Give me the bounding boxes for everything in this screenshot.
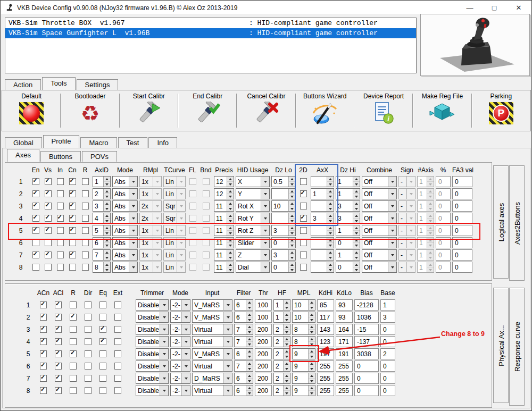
spinner-arrows[interactable] bbox=[227, 177, 234, 187]
r-checkbox[interactable] bbox=[70, 375, 77, 382]
dzhi-spinner[interactable]: 3 bbox=[336, 200, 360, 212]
spinner-arrows[interactable] bbox=[103, 189, 110, 199]
trimmer-dropdown[interactable]: Disable bbox=[136, 360, 169, 372]
dropdown-arrow-icon[interactable] bbox=[181, 300, 190, 310]
dropdown-arrow-icon[interactable] bbox=[388, 262, 396, 272]
spinner-down-arrow[interactable] bbox=[284, 329, 290, 334]
r-checkbox[interactable] bbox=[70, 387, 77, 394]
spinner-up-arrow[interactable] bbox=[227, 250, 234, 255]
cn-checkbox[interactable]: ✓ bbox=[69, 215, 76, 222]
filter-spinner[interactable]: 7 bbox=[234, 336, 253, 347]
spinner-down-arrow[interactable] bbox=[104, 206, 110, 211]
dropdown-arrow-icon[interactable] bbox=[129, 201, 137, 211]
spinner-down-arrow[interactable] bbox=[309, 366, 315, 371]
dir-checkbox[interactable] bbox=[85, 314, 92, 321]
spinner-down-arrow[interactable] bbox=[289, 267, 295, 272]
mpl-spinner[interactable]: 9 bbox=[292, 373, 315, 384]
dropdown-arrow-icon[interactable] bbox=[129, 213, 137, 223]
eq-checkbox[interactable]: ✓ bbox=[99, 326, 106, 333]
dropdown-arrow-icon[interactable] bbox=[223, 324, 232, 334]
thr-field[interactable]: 200 bbox=[255, 324, 272, 335]
ext-checkbox[interactable] bbox=[114, 387, 121, 394]
dropdown-arrow-icon[interactable] bbox=[181, 337, 190, 347]
spinner-arrows[interactable] bbox=[227, 262, 234, 272]
dzhi-spinner[interactable]: 1 bbox=[336, 249, 360, 261]
thr-field[interactable]: 100 bbox=[255, 312, 272, 323]
ext-checkbox[interactable] bbox=[114, 314, 121, 321]
dropdown-arrow-icon[interactable] bbox=[388, 201, 396, 211]
spinner-arrows[interactable] bbox=[327, 262, 334, 272]
spinner-arrows[interactable] bbox=[103, 250, 110, 260]
trimmer-dropdown[interactable]: Disable bbox=[136, 385, 169, 396]
dzhi-spinner[interactable]: 1 bbox=[336, 188, 360, 199]
spinner-up-arrow[interactable] bbox=[353, 213, 360, 218]
cn-checkbox[interactable]: ✓ bbox=[69, 178, 76, 185]
hf-spinner[interactable]: 2 bbox=[273, 336, 290, 347]
kdhi-field[interactable]: 255 bbox=[317, 360, 334, 372]
filter-spinner[interactable]: 6 bbox=[234, 299, 253, 311]
kdlo-field[interactable]: 255 bbox=[336, 373, 353, 384]
precis-spinner[interactable]: 12 bbox=[214, 188, 234, 199]
spinner-down-arrow[interactable] bbox=[227, 206, 234, 211]
spinner-arrows[interactable] bbox=[103, 262, 110, 272]
axid-spinner[interactable]: 1 bbox=[93, 176, 111, 187]
spinner-arrows[interactable] bbox=[283, 300, 290, 310]
hid-dropdown[interactable]: Dial bbox=[236, 262, 270, 273]
spinner-up-arrow[interactable] bbox=[104, 189, 110, 194]
combine-dropdown[interactable]: Off bbox=[362, 262, 397, 273]
trimmer-dropdown[interactable]: Disable bbox=[136, 373, 169, 384]
spinner-up-arrow[interactable] bbox=[327, 250, 334, 255]
spinner-down-arrow[interactable] bbox=[227, 181, 234, 187]
cancel-calibr-button[interactable]: Cancel Calibr bbox=[237, 90, 295, 131]
spinner-up-arrow[interactable] bbox=[284, 373, 290, 378]
d2-checkbox[interactable] bbox=[300, 239, 307, 246]
parking-button[interactable]: Parking P bbox=[472, 90, 530, 131]
spinner-arrows[interactable] bbox=[103, 201, 110, 211]
inp-checkbox[interactable]: ✓ bbox=[57, 215, 64, 222]
spinner-up-arrow[interactable] bbox=[309, 385, 315, 390]
spinner-arrows[interactable] bbox=[246, 361, 253, 371]
filter-spinner[interactable]: 7 bbox=[234, 360, 253, 372]
ext-checkbox[interactable] bbox=[114, 350, 121, 357]
bias-field[interactable]: 1036 bbox=[354, 312, 379, 323]
spinner-down-arrow[interactable] bbox=[284, 317, 290, 322]
spinner-arrows[interactable] bbox=[246, 312, 253, 322]
spinner-arrows[interactable] bbox=[308, 385, 315, 396]
spinner-arrows[interactable] bbox=[103, 177, 110, 187]
dropdown-arrow-icon[interactable] bbox=[223, 349, 232, 359]
mode-dropdown[interactable]: -2- bbox=[170, 336, 190, 347]
hf-spinner[interactable]: 1 bbox=[273, 312, 290, 323]
ext-checkbox[interactable] bbox=[114, 375, 121, 382]
spinner-up-arrow[interactable] bbox=[246, 349, 253, 354]
acl-checkbox[interactable]: ✓ bbox=[55, 314, 62, 321]
acl-checkbox[interactable]: ✓ bbox=[55, 301, 62, 308]
spinner-down-arrow[interactable] bbox=[289, 255, 295, 260]
tab-macro[interactable]: Macro bbox=[80, 137, 117, 148]
r-checkbox[interactable]: ✓ bbox=[70, 350, 77, 357]
dropdown-arrow-icon[interactable] bbox=[223, 337, 232, 347]
spinner-down-arrow[interactable] bbox=[246, 305, 253, 310]
vs-checkbox[interactable] bbox=[45, 239, 52, 246]
spinner-down-arrow[interactable] bbox=[309, 305, 315, 310]
tab-povs[interactable]: POVs bbox=[82, 151, 117, 162]
inp-checkbox[interactable] bbox=[57, 190, 64, 197]
eq-checkbox[interactable] bbox=[99, 387, 106, 394]
side-tab-response-curve[interactable]: Response curve bbox=[509, 288, 525, 406]
spinner-down-arrow[interactable] bbox=[227, 194, 234, 199]
base-field[interactable]: 3 bbox=[380, 312, 395, 323]
vs-checkbox[interactable]: ✓ bbox=[45, 251, 52, 258]
hf-spinner[interactable]: 2 bbox=[273, 348, 290, 359]
spinner-down-arrow[interactable] bbox=[246, 390, 253, 396]
tab-action[interactable]: Action bbox=[5, 79, 41, 90]
thr-field[interactable]: 100 bbox=[255, 299, 272, 311]
spinner-up-arrow[interactable] bbox=[227, 213, 234, 218]
cn-checkbox[interactable]: ✓ bbox=[69, 251, 76, 258]
mode-dropdown[interactable]: -2- bbox=[170, 299, 190, 311]
dropdown-arrow-icon[interactable] bbox=[388, 250, 396, 260]
spinner-down-arrow[interactable] bbox=[284, 390, 290, 396]
kdlo-field[interactable]: 255 bbox=[336, 385, 353, 396]
axid-spinner[interactable]: 4 bbox=[93, 213, 111, 224]
dzlo-spinner[interactable]: 0.5 bbox=[271, 176, 296, 187]
input-dropdown[interactable]: D_MaRS bbox=[192, 373, 232, 384]
spinner-down-arrow[interactable] bbox=[227, 267, 234, 272]
